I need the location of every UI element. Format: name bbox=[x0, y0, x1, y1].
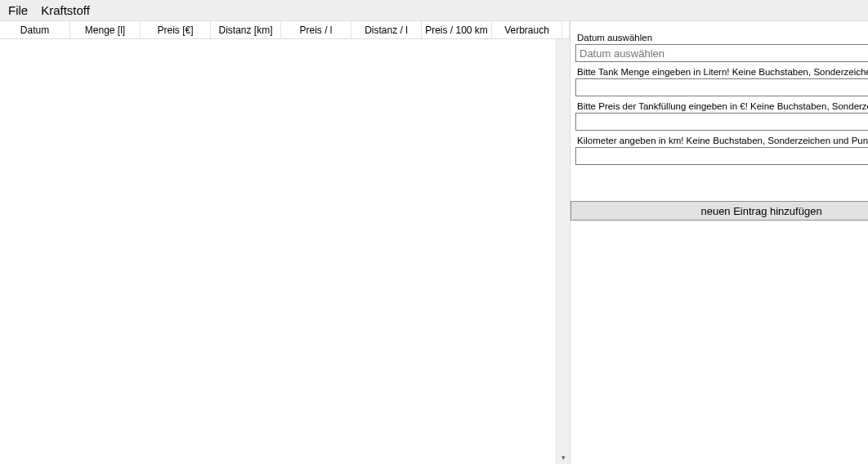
column-header-menge[interactable]: Menge [l] bbox=[70, 21, 141, 38]
scroll-down-button[interactable]: ▾ bbox=[557, 450, 570, 464]
date-input[interactable] bbox=[575, 44, 868, 62]
date-picker[interactable]: 15 bbox=[575, 44, 868, 62]
column-header-filler bbox=[562, 21, 570, 38]
column-header-distanz[interactable]: Distanz [km] bbox=[211, 21, 281, 38]
preis-input[interactable] bbox=[575, 113, 868, 131]
column-header-preis-100[interactable]: Preis / 100 km bbox=[422, 21, 492, 38]
menge-input[interactable] bbox=[575, 78, 868, 96]
column-header-preis-l[interactable]: Preis / l bbox=[281, 21, 351, 38]
column-header-distanz-l[interactable]: Distanz / l bbox=[351, 21, 422, 38]
add-entry-button[interactable]: neuen Eintrag hinzufügen bbox=[570, 201, 868, 221]
data-grid-pane: Datum Menge [l] Preis [€] Distanz [km] P… bbox=[0, 21, 570, 464]
column-header-datum[interactable]: Datum bbox=[0, 21, 70, 38]
form-spacer bbox=[570, 165, 868, 201]
menu-bar: File Kraftstoff bbox=[0, 0, 868, 21]
km-label: Kilometer angeben in km! Keine Buchstabe… bbox=[577, 136, 868, 145]
vertical-scrollbar[interactable]: ▾ bbox=[556, 39, 570, 464]
column-header-verbrauch[interactable]: Verbrauch bbox=[492, 21, 562, 38]
grid-body bbox=[0, 39, 570, 464]
chevron-down-icon: ▾ bbox=[562, 453, 566, 462]
grid-header-row: Datum Menge [l] Preis [€] Distanz [km] P… bbox=[0, 21, 570, 39]
content-area: Datum Menge [l] Preis [€] Distanz [km] P… bbox=[0, 21, 868, 464]
date-label: Datum auswählen bbox=[577, 33, 868, 42]
km-input[interactable] bbox=[575, 147, 868, 165]
menu-kraftstoff[interactable]: Kraftstoff bbox=[36, 2, 98, 19]
entry-form-pane: Datum auswählen 15 Bitte Tank Menge eing… bbox=[570, 21, 868, 464]
scrollbar-track[interactable] bbox=[557, 39, 570, 450]
preis-label: Bitte Preis der Tankfüllung eingeben in … bbox=[577, 101, 868, 111]
column-header-preis[interactable]: Preis [€] bbox=[141, 21, 211, 38]
menu-file[interactable]: File bbox=[3, 2, 36, 19]
menge-label: Bitte Tank Menge eingeben in Litern! Kei… bbox=[577, 67, 868, 77]
